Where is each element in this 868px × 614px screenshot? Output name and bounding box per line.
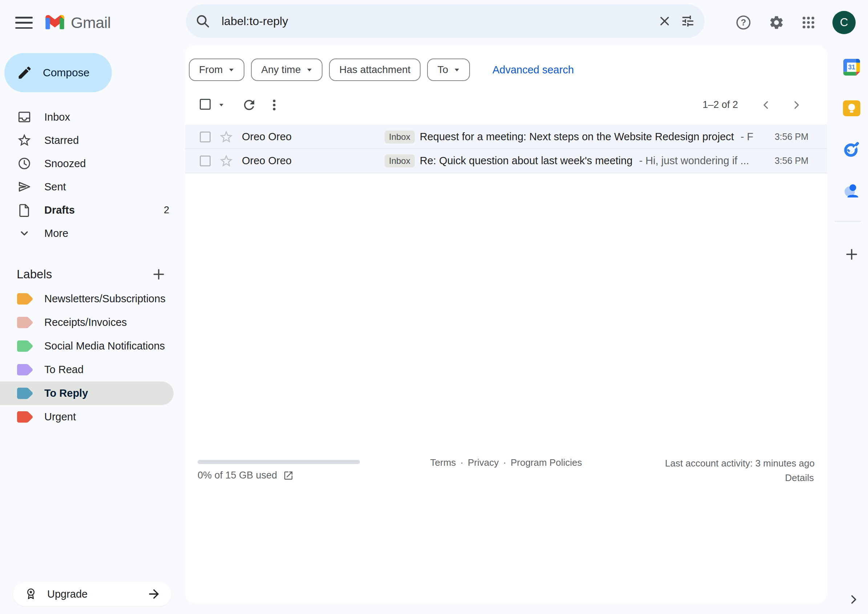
label-item-receipts[interactable]: Receipts/Invoices <box>0 311 185 334</box>
sidebar-item-sent[interactable]: Sent <box>0 175 185 198</box>
search-options-icon[interactable] <box>676 9 699 33</box>
svg-text:?: ? <box>741 17 746 27</box>
compose-button[interactable]: Compose <box>5 53 112 92</box>
label-item-urgent[interactable]: Urgent <box>0 405 185 429</box>
keep-icon[interactable] <box>840 96 863 120</box>
star-toggle-icon[interactable] <box>219 154 234 169</box>
upgrade-label: Upgrade <box>47 588 88 600</box>
sidebar-item-snoozed[interactable]: Snoozed <box>0 152 185 175</box>
help-icon[interactable]: ? <box>731 10 756 35</box>
medal-icon <box>24 587 38 601</box>
gmail-wordmark: Gmail <box>71 14 111 32</box>
labels-header: Labels <box>0 262 185 286</box>
chevron-down-icon <box>17 226 32 241</box>
storage-usage: 0% of 15 GB used <box>198 470 294 481</box>
draft-file-icon <box>17 202 32 218</box>
filter-chip-any-time[interactable]: Any time <box>251 59 322 81</box>
label-tag-icon <box>17 293 33 305</box>
sidebar-item-drafts[interactable]: Drafts 2 <box>0 198 185 222</box>
privacy-link[interactable]: Privacy <box>468 457 499 468</box>
arrow-right-icon <box>147 587 161 601</box>
more-options-icon[interactable] <box>265 96 283 114</box>
search-filter-chips: From Any time Has attachment To Advanced… <box>189 59 574 81</box>
email-sender: Oreo Oreo <box>242 155 375 167</box>
inbox-badge: Inbox <box>384 130 415 144</box>
drafts-count: 2 <box>164 205 169 216</box>
email-checkbox[interactable] <box>200 132 211 143</box>
filter-chip-from[interactable]: From <box>189 59 245 81</box>
compose-pencil-icon <box>17 65 33 81</box>
top-header: Gmail ? C <box>0 0 868 45</box>
label-item-to-read[interactable]: To Read <box>0 358 185 381</box>
select-caret-icon[interactable] <box>214 96 229 114</box>
refresh-icon[interactable] <box>240 96 258 114</box>
labels-title: Labels <box>17 267 52 281</box>
sidebar-nav: Inbox Starred Snoozed Sent Drafts 2 <box>0 105 185 245</box>
gmail-m-icon <box>44 14 65 32</box>
email-time: 3:56 PM <box>775 155 808 166</box>
email-list: Oreo Oreo Inbox Request for a meeting: N… <box>185 125 827 173</box>
open-in-new-icon[interactable] <box>283 470 294 481</box>
label-tag-icon <box>17 387 33 400</box>
sidebar-item-inbox[interactable]: Inbox <box>0 105 185 129</box>
email-subject-line: Re: Quick question about last week's mee… <box>420 155 767 167</box>
filter-chip-has-attachment[interactable]: Has attachment <box>329 59 420 81</box>
compose-label: Compose <box>43 67 89 79</box>
search-bar <box>186 5 705 38</box>
inbox-icon <box>17 109 32 125</box>
gmail-logo: Gmail <box>44 13 111 32</box>
label-item-social-media[interactable]: Social Media Notifications <box>0 334 185 358</box>
create-label-icon[interactable] <box>148 264 169 285</box>
label-tag-icon <box>17 316 33 329</box>
calendar-icon[interactable]: 31 <box>840 55 863 79</box>
account-avatar[interactable]: C <box>832 11 856 34</box>
label-item-to-reply[interactable]: To Reply <box>0 381 174 405</box>
caret-down-icon <box>307 68 312 72</box>
last-account-activity: Last account activity: 3 minutes ago <box>665 458 815 469</box>
email-sender: Oreo Oreo <box>242 131 375 143</box>
star-toggle-icon[interactable] <box>219 129 234 144</box>
caret-down-icon <box>454 68 460 72</box>
settings-gear-icon[interactable] <box>764 10 789 35</box>
inbox-badge: Inbox <box>384 154 415 167</box>
contacts-icon[interactable] <box>840 178 863 202</box>
collapse-panel-chevron-icon[interactable] <box>846 592 861 607</box>
caret-down-icon <box>228 68 234 72</box>
terms-link[interactable]: Terms <box>430 457 456 468</box>
sidebar-item-more[interactable]: More <box>0 222 185 245</box>
email-row-2[interactable]: Oreo Oreo Inbox Re: Quick question about… <box>185 149 827 173</box>
search-icon[interactable] <box>191 9 214 33</box>
filter-chip-to[interactable]: To <box>427 59 470 81</box>
send-icon <box>17 179 32 194</box>
svg-text:31: 31 <box>848 64 855 71</box>
label-tag-icon <box>17 411 33 423</box>
tasks-icon[interactable] <box>840 137 863 161</box>
label-tag-icon <box>17 364 33 376</box>
labels-list: Newsletters/Subscriptions Receipts/Invoi… <box>0 287 185 429</box>
older-page-icon[interactable] <box>787 96 805 114</box>
search-input[interactable] <box>222 14 653 28</box>
label-item-newsletters[interactable]: Newsletters/Subscriptions <box>0 287 185 311</box>
side-panel-rail: 31 <box>827 45 868 614</box>
google-apps-icon[interactable] <box>796 10 821 35</box>
advanced-search-link[interactable]: Advanced search <box>493 64 574 76</box>
select-all-checkbox[interactable] <box>200 99 211 110</box>
mail-list-panel: From Any time Has attachment To Advanced… <box>185 45 827 603</box>
newer-page-icon[interactable] <box>758 96 775 114</box>
clear-search-icon[interactable] <box>653 9 676 33</box>
add-side-panel-icon[interactable] <box>840 242 863 266</box>
pagination-count: 1–2 of 2 <box>702 99 738 110</box>
email-row-1[interactable]: Oreo Oreo Inbox Request for a meeting: N… <box>185 125 827 149</box>
sidebar-item-starred[interactable]: Starred <box>0 129 185 152</box>
program-policies-link[interactable]: Program Policies <box>511 457 582 468</box>
email-time: 3:56 PM <box>775 132 808 142</box>
star-icon <box>17 133 32 148</box>
label-tag-icon <box>17 340 33 352</box>
main-menu-icon[interactable] <box>15 17 33 29</box>
upgrade-button[interactable]: Upgrade <box>13 582 171 606</box>
clock-icon <box>17 156 32 171</box>
details-link[interactable]: Details <box>785 472 814 484</box>
email-subject-line: Request for a meeting: Next steps on the… <box>420 131 767 143</box>
email-checkbox[interactable] <box>200 155 211 166</box>
sidebar: Compose Inbox Starred Snoozed Sent <box>0 45 185 614</box>
